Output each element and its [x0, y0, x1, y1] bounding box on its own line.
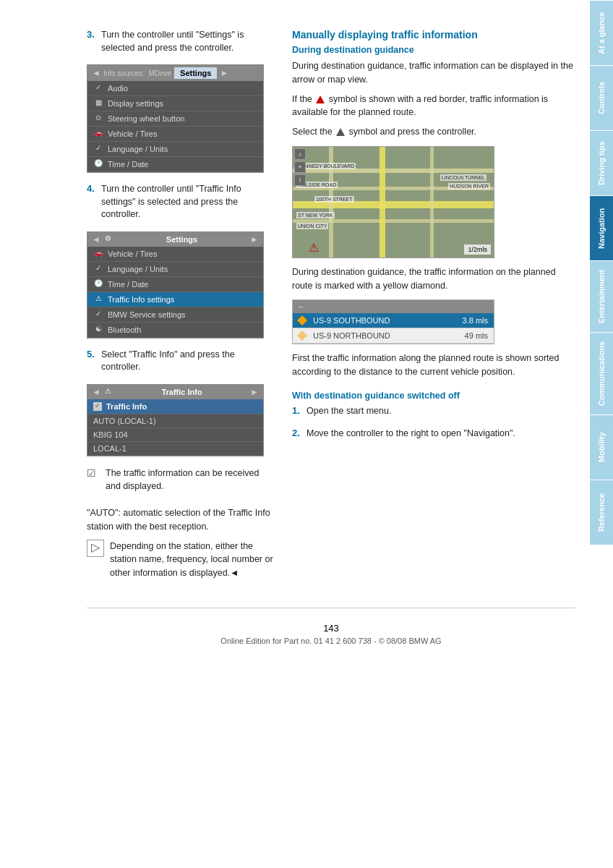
steering-icon: ⊙: [93, 114, 103, 124]
traffic-info-settings-row[interactable]: ⚠ Traffic Info settings: [87, 292, 263, 307]
tab-communications[interactable]: Communications: [590, 332, 613, 414]
screen3-header: ◄ ⚠ Traffic Info ►: [87, 385, 263, 399]
traffic-row-northbound[interactable]: US-9 NORTHBOUND 49 mls: [293, 328, 494, 344]
page-footer: 143 Online Edition for Part no. 01 41 2 …: [87, 608, 575, 652]
us9-southbound-distance: 3.8 mls: [463, 316, 488, 325]
traffic-diamond-1: [297, 315, 307, 326]
map-label-ny: ST NEW YORK: [296, 212, 335, 218]
subsection2-step2: 2. Move the controller to the right to o…: [292, 427, 575, 441]
map-road-v3: [430, 147, 434, 258]
traffic-info-checked-label: Traffic Info: [106, 402, 147, 411]
traffic-list-header-icon: ←: [297, 302, 305, 311]
display-icon: ▦: [93, 98, 103, 109]
kbig-label: KBIG 104: [93, 430, 128, 439]
triangle-select-icon: [336, 128, 345, 136]
bluetooth-row[interactable]: ☯ Bluetooth: [87, 323, 263, 338]
time-date-row-2[interactable]: 🕐 Time / Date: [87, 277, 263, 292]
step-5: 5. Select "Traffic Info" and press the c…: [87, 349, 275, 374]
time-date-row-1[interactable]: 🕐 Time / Date: [87, 157, 263, 172]
tab-controls[interactable]: Controls: [590, 65, 613, 130]
bluetooth-label: Bluetooth: [108, 326, 141, 334]
time-date-label-1: Time / Date: [108, 160, 148, 169]
note2-text: "AUTO": automatic selection of the Traff…: [87, 506, 275, 534]
local1-row[interactable]: LOCAL-1: [87, 442, 263, 456]
language-units-row-2[interactable]: ✓ Language / Units: [87, 262, 263, 277]
map-label-100th: 100TH STREET: [314, 196, 354, 203]
tab-controls-label: Controls: [597, 82, 606, 114]
us9-northbound-distance: 49 mls: [465, 331, 488, 340]
tab-at-a-glance[interactable]: At a glance: [590, 0, 613, 65]
us9-southbound-label: US-9 SOUTHBOUND: [313, 316, 390, 325]
step-5-number: 5.: [87, 349, 97, 374]
vehicle-tires-row-1[interactable]: 🚗 Vehicle / Tires: [87, 127, 263, 142]
time-date-label-2: Time / Date: [108, 280, 148, 289]
subsection1-para1: During destination guidance, traffic inf…: [292, 59, 575, 87]
tab-driving-tips-label: Driving tips: [597, 141, 606, 185]
audio-row[interactable]: ✓ Audio: [87, 81, 263, 96]
steering-wheel-label: Steering wheel button: [108, 114, 184, 123]
subsection1-para2: If the symbol is shown with a red border…: [292, 93, 575, 120]
kbig-row[interactable]: KBIG 104: [87, 428, 263, 442]
screen3-nav-left: ◄: [92, 387, 100, 397]
subsection1-title: During destination guidance: [292, 45, 575, 55]
step-3-number: 3.: [87, 29, 97, 54]
traffic-info-header-icon: ⚠: [103, 387, 113, 397]
step-4-number: 4.: [87, 183, 97, 221]
screen3-nav-right: ►: [250, 387, 259, 397]
content-columns: 3. Turn the controller until "Settings" …: [87, 29, 575, 593]
tab-reference[interactable]: Reference: [590, 480, 613, 545]
screen1-header: ◄ Info sources MDrive Settings ►: [87, 65, 263, 81]
map-sound-btn[interactable]: ♪: [294, 148, 306, 160]
steering-wheel-row[interactable]: ⊙ Steering wheel button: [87, 111, 263, 127]
tab-mobility-label: Mobility: [597, 433, 606, 463]
note1-text: The traffic information can be received …: [106, 467, 275, 494]
language-icon-2: ✓: [93, 264, 103, 274]
tab-mobility[interactable]: Mobility: [590, 414, 613, 480]
display-settings-label: Display settings: [108, 99, 163, 108]
info-sources-tab: Info sources: [103, 69, 142, 77]
traffic-info-settings-label: Traffic Info settings: [108, 295, 174, 304]
tab-reference-label: Reference: [597, 493, 606, 532]
map-screenshot: KENNEDY BOULEVARD HILLSIDE ROAD 100TH ST…: [292, 146, 494, 258]
right-column: Manually displaying traffic information …: [292, 29, 575, 593]
map-info-btn[interactable]: i: [294, 174, 306, 186]
map-scale: 1/2mls: [464, 244, 491, 255]
map-label-union: UNION CITY: [296, 223, 328, 229]
language-units-label-1: Language / Units: [108, 145, 168, 153]
note3-arrow-icon: ▷: [87, 540, 104, 557]
step-3-text: Turn the controller until "Settings" is …: [101, 29, 275, 54]
settings-tab-active[interactable]: Settings: [174, 67, 217, 79]
step-4: 4. Turn the controller until "Traffic In…: [87, 183, 275, 221]
auto-local-row[interactable]: AUTO (LOCAL-1): [87, 414, 263, 428]
traffic-row-southbound[interactable]: US-9 SOUTHBOUND 3.8 mls: [293, 313, 494, 328]
tab-navigation[interactable]: Navigation: [590, 195, 613, 260]
traffic-info-checkbox-row[interactable]: Traffic Info: [87, 399, 263, 414]
local1-label: LOCAL-1: [93, 444, 127, 453]
traffic-diamond-2: [297, 331, 307, 341]
bmw-icon: ✓: [93, 310, 103, 320]
page-number: 143: [87, 623, 575, 634]
language-units-row-1[interactable]: ✓ Language / Units: [87, 142, 263, 157]
main-content: 3. Turn the controller until "Settings" …: [0, 0, 590, 868]
audio-label: Audio: [108, 84, 128, 93]
tab-entertainment[interactable]: Entertainment: [590, 260, 613, 332]
screen-settings-tabs: ◄ Info sources MDrive Settings ► ✓ Audio…: [87, 64, 264, 173]
vehicle-tires-label-1: Vehicle / Tires: [108, 129, 157, 138]
tab-driving-tips[interactable]: Driving tips: [590, 130, 613, 195]
step-3: 3. Turn the controller until "Settings" …: [87, 29, 275, 54]
bmw-service-label: BMW Service settings: [108, 310, 186, 319]
bmw-service-row[interactable]: ✓ BMW Service settings: [87, 307, 263, 323]
subsection2-step1: 1. Open the start menu.: [292, 405, 575, 418]
map-inner: KENNEDY BOULEVARD HILLSIDE ROAD 100TH ST…: [293, 147, 494, 258]
bluetooth-icon: ☯: [93, 325, 103, 335]
map-zoom-btn[interactable]: +: [294, 161, 306, 173]
traffic-info-checkbox[interactable]: [93, 402, 102, 411]
subsection1-para3: Select the symbol and press the controll…: [292, 125, 575, 139]
vehicle-tires-row-2[interactable]: 🚗 Vehicle / Tires: [87, 247, 263, 262]
vehicle-icon-1: 🚗: [93, 129, 103, 139]
language-units-label-2: Language / Units: [108, 265, 168, 273]
subsection2: With destination guidance switched off 1…: [292, 391, 575, 441]
display-settings-row[interactable]: ▦ Display settings: [87, 96, 263, 111]
note-1: ☑ The traffic information can be receive…: [87, 467, 275, 500]
left-column: 3. Turn the controller until "Settings" …: [87, 29, 275, 593]
